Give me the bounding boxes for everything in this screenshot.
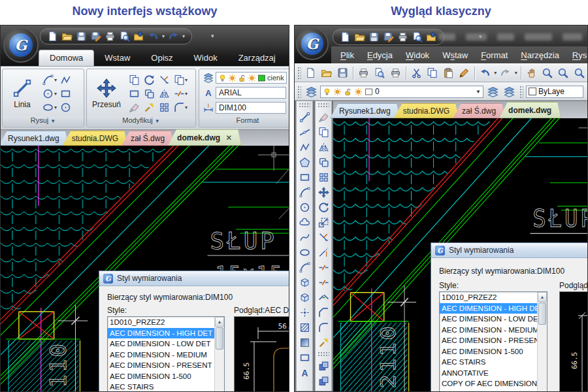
new-file-button[interactable] — [304, 66, 318, 80]
scroll-up-icon[interactable]: ▲ — [215, 317, 224, 327]
styles-listbox[interactable]: 1D010_PRZEZ2AEC DIMENSION - HIGH DETAEC … — [439, 291, 547, 392]
line-button[interactable] — [297, 110, 312, 125]
ribbon-tab-zarządzaj[interactable]: Zarządzaj — [228, 50, 286, 66]
dialog-titlebar[interactable]: G Styl wymiarowania — [431, 243, 588, 258]
print-preview-button[interactable] — [372, 66, 386, 80]
menu-widok[interactable]: Widok — [399, 48, 436, 62]
application-menu-button[interactable]: G — [296, 27, 329, 60]
menu-narzędzia[interactable]: Narzędzia — [514, 48, 566, 62]
dropdown-caret-icon[interactable]: ▾ — [494, 71, 497, 76]
zoom-previous-button[interactable] — [572, 66, 586, 80]
save-as-icon[interactable] — [383, 31, 394, 42]
save-as-icon[interactable] — [90, 31, 101, 42]
polyline-button[interactable] — [59, 74, 72, 86]
dropdown-caret-icon[interactable]: ▾ — [54, 91, 59, 97]
offset-button[interactable] — [142, 88, 156, 100]
style-list-item[interactable]: AEC DIMENSION - MEDIUM — [440, 325, 537, 336]
erase-button[interactable] — [127, 101, 141, 114]
print-preview-icon[interactable] — [119, 31, 130, 42]
fillet-button[interactable] — [316, 320, 331, 335]
print-preview-icon[interactable] — [412, 31, 423, 42]
send-to-back-button[interactable] — [316, 374, 331, 389]
make-block-button[interactable] — [297, 290, 312, 305]
insert-block-button[interactable] — [297, 275, 312, 290]
listbox-scrollbar[interactable]: ▲ ▼ — [214, 317, 224, 392]
match-properties-button[interactable] — [457, 66, 471, 80]
save-button[interactable] — [335, 66, 349, 80]
arc-button[interactable] — [297, 185, 312, 200]
circle-button[interactable] — [42, 88, 54, 100]
bring-to-front-button[interactable] — [316, 359, 331, 374]
print-button[interactable] — [357, 66, 370, 80]
dropdown-caret-icon[interactable]: ▾ — [185, 105, 190, 110]
doc-tab-studnia-dwg[interactable]: studnia.DWG — [394, 103, 459, 118]
dim-style-icon[interactable] — [203, 103, 214, 113]
dropdown-caret-icon[interactable]: ▾ — [185, 78, 190, 83]
layer-dropdown[interactable]: 0▼ — [320, 86, 483, 98]
polygon-button[interactable] — [297, 155, 312, 170]
menu-format[interactable]: Format — [474, 48, 514, 62]
doc-tab-za-dwg[interactable]: zał Ś.dwg — [453, 103, 505, 118]
polyline-button[interactable] — [297, 140, 312, 155]
ribbon-tab-wstaw[interactable]: Wstaw — [94, 50, 140, 66]
pan-button[interactable] — [525, 66, 538, 80]
style-list-item[interactable]: AEC DIMENSION - LOW DET — [108, 338, 214, 350]
style-list-item[interactable]: 1D010_PRZEZ2 — [108, 317, 214, 328]
dropdown-caret-icon[interactable]: ▾ — [54, 78, 59, 83]
menu-edycja[interactable]: Edycja — [361, 48, 399, 62]
menu-plik[interactable]: Plik — [334, 48, 361, 62]
style-list-item[interactable]: AEC STAIRS — [108, 382, 214, 392]
toolbar-grip[interactable] — [318, 351, 329, 357]
dropdown-caret-icon[interactable]: ▾ — [182, 34, 185, 39]
open-icon[interactable] — [61, 31, 73, 42]
dim-style-dropdown[interactable]: DIM100 — [216, 102, 286, 114]
ribbon-tab-opisz[interactable]: Opisz — [140, 50, 183, 66]
circle-button[interactable] — [297, 200, 312, 215]
scroll-up-icon[interactable]: ▲ — [538, 292, 547, 302]
save-icon[interactable] — [368, 31, 380, 42]
hatch-button[interactable] — [297, 320, 312, 335]
style-list-item[interactable]: ANNOTATIVE — [440, 368, 537, 379]
draw-panel-footer[interactable]: Rysuj ▼ — [3, 116, 84, 126]
rotate-button[interactable] — [316, 200, 331, 215]
extend-button[interactable] — [316, 245, 331, 260]
move-button[interactable]: Przesuń — [88, 72, 125, 115]
mirror-button[interactable] — [316, 140, 331, 155]
open-icon[interactable] — [354, 31, 365, 42]
open-button[interactable] — [319, 66, 333, 80]
revcloud-button[interactable] — [297, 215, 312, 230]
ellipse-button[interactable] — [297, 245, 312, 260]
publish-icon[interactable] — [426, 31, 437, 42]
ellipse-button[interactable] — [42, 101, 54, 114]
layer-dropdown[interactable]: cienk — [216, 72, 287, 84]
paste-button[interactable] — [441, 66, 455, 80]
dropdown-caret-icon[interactable]: ▾ — [515, 71, 517, 76]
donut-button[interactable] — [59, 101, 72, 114]
style-list-item[interactable]: AEC DIMENSION - MEDIUM — [108, 350, 214, 361]
copy-button[interactable] — [425, 66, 439, 80]
application-menu-button[interactable]: G — [3, 27, 39, 63]
doc-tab-domek-dwg[interactable]: domek.dwg✕ — [168, 129, 241, 146]
combo-dropdown-icon[interactable]: ▼ — [476, 89, 481, 95]
break-button[interactable] — [316, 260, 331, 275]
close-tab-icon[interactable]: ✕ — [225, 133, 232, 142]
dropdown-caret-icon[interactable]: ▾ — [54, 105, 59, 110]
menu-rysuj[interactable]: Rysuj — [566, 48, 588, 62]
layer-states-button[interactable] — [502, 84, 516, 99]
layer-properties-button[interactable] — [304, 84, 318, 99]
new-file-icon[interactable] — [340, 31, 351, 42]
point-button[interactable] — [297, 305, 312, 320]
cut-button[interactable] — [410, 66, 423, 80]
trim-button[interactable] — [157, 74, 171, 86]
print-icon[interactable] — [397, 31, 408, 42]
mirror-button[interactable] — [157, 88, 171, 100]
overlap-button[interactable] — [172, 74, 186, 86]
break-at-point-button[interactable] — [316, 275, 331, 290]
rectangle-button[interactable] — [59, 88, 72, 100]
doc-tab-rysunek1-dwg[interactable]: Rysunek1.dwg — [330, 103, 400, 118]
style-list-item[interactable]: AEC DIMENSION - PRESENT — [440, 335, 537, 346]
ribbon-tab-widok[interactable]: Widok — [184, 50, 228, 66]
region-button[interactable] — [297, 350, 312, 365]
toolbar-grip[interactable] — [297, 66, 301, 80]
style-list-item[interactable]: DIM10 — [440, 389, 537, 392]
